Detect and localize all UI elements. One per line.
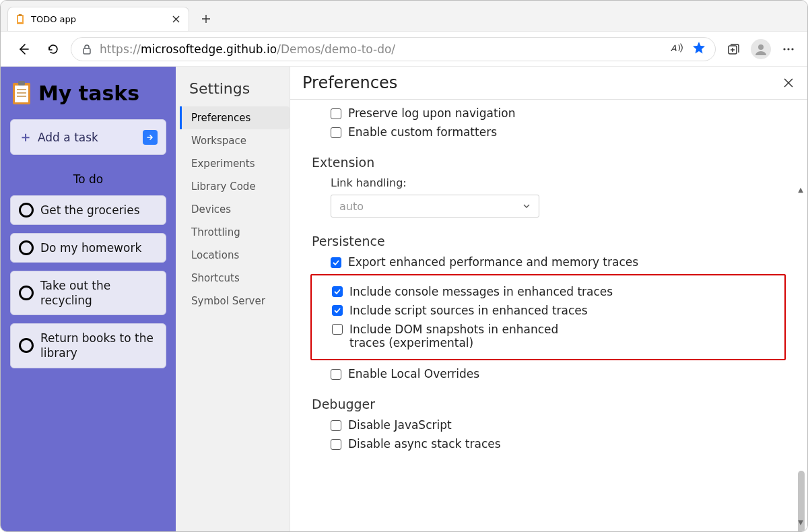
add-task-input[interactable]: ＋ Add a task [10,119,166,155]
settings-nav-experiments[interactable]: Experiments [180,152,290,175]
lock-icon [81,43,93,55]
section-persistence: Persistence [312,234,786,248]
scroll-arrow-up-icon[interactable]: ▲ [797,185,805,193]
svg-text:A: A [671,42,677,53]
todo-checkbox[interactable] [19,338,34,353]
back-button[interactable] [11,37,36,61]
preferences-panel: Preferences Preserve log upon navigation… [290,67,807,531]
chevron-down-icon [523,200,531,213]
pref-include-console[interactable]: Include console messages in enhanced tra… [316,285,780,298]
svg-rect-6 [19,14,22,16]
read-aloud-icon[interactable]: A [671,42,684,57]
settings-nav-throttling[interactable]: Throttling [180,221,290,244]
url-text: https://microsoftedge.github.io/Demos/de… [100,42,395,56]
pref-label: Disable JavaScript [348,418,452,432]
svg-rect-23 [18,81,25,86]
settings-nav-devices[interactable]: Devices [180,198,290,221]
checkbox-icon[interactable] [331,420,341,431]
collections-button[interactable] [721,37,745,61]
pref-include-dom[interactable]: Include DOM snapshots in enhanced traces… [316,323,780,350]
svg-point-18 [783,48,785,50]
pref-label: Enable Local Overrides [348,367,479,380]
pref-disable-js[interactable]: Disable JavaScript [312,418,786,432]
scroll-arrow-down-icon[interactable]: ▼ [797,518,805,526]
preferences-close-button[interactable] [782,76,795,90]
svg-point-19 [787,48,789,50]
svg-rect-5 [18,16,22,22]
section-debugger: Debugger [312,397,786,411]
svg-point-17 [758,44,764,50]
more-menu-button[interactable] [776,37,801,61]
devtools-panel: Settings Preferences Workspace Experimen… [176,67,807,531]
favorite-star-icon[interactable] [692,41,706,57]
todo-item[interactable]: Take out the recycling [10,271,166,315]
todo-checkbox[interactable] [19,286,34,300]
todo-section-title: To do [10,172,166,186]
refresh-button[interactable] [41,37,65,61]
add-task-submit-button[interactable] [143,130,158,145]
profile-avatar-button[interactable] [751,39,771,59]
todo-checkbox[interactable] [19,240,34,255]
browser-tab[interactable]: TODO app [7,7,189,31]
settings-nav: Settings Preferences Workspace Experimen… [176,67,290,531]
pref-label: Disable async stack traces [348,437,501,451]
checkbox-icon[interactable] [332,305,343,316]
pref-label: Include console messages in enhanced tra… [349,285,613,298]
pref-label: Include script sources in enhanced trace… [349,304,588,317]
preferences-title: Preferences [302,73,397,92]
todo-item-text: Return books to the library [40,331,158,360]
tab-strip: TODO app [1,1,807,32]
todo-title: My tasks [38,81,139,105]
todo-header: My tasks [11,80,166,106]
section-extension: Extension [312,155,786,170]
checkbox-icon[interactable] [332,286,343,297]
svg-rect-12 [83,48,90,54]
browser-window: TODO app https://microsoftedge.github.io… [0,0,808,532]
checkbox-icon[interactable] [331,127,341,138]
todo-item-text: Do my homework [40,240,141,255]
svg-point-20 [791,48,793,50]
settings-nav-locations[interactable]: Locations [180,244,290,267]
pref-local-overrides[interactable]: Enable Local Overrides [312,367,786,380]
pref-label: Include DOM snapshots in enhanced traces… [349,323,578,350]
page-content: My tasks ＋ Add a task To do Get the groc… [1,67,807,531]
pref-export-traces[interactable]: Export enhanced performance and memory t… [312,255,786,269]
pref-custom-formatters[interactable]: Enable custom formatters [312,125,786,139]
todo-item-text: Take out the recycling [40,278,158,308]
link-handling-select[interactable]: auto [331,195,539,218]
svg-rect-22 [15,86,28,102]
checkbox-icon[interactable] [331,257,341,268]
browser-toolbar: https://microsoftedge.github.io/Demos/de… [1,32,807,67]
checkbox-icon[interactable] [331,369,341,380]
tab-title: TODO app [31,14,170,24]
checkbox-icon[interactable] [331,108,341,119]
settings-nav-preferences[interactable]: Preferences [180,106,290,129]
todo-sidebar: My tasks ＋ Add a task To do Get the groc… [1,67,176,531]
plus-icon: ＋ [19,128,32,146]
pref-preserve-log[interactable]: Preserve log upon navigation [312,106,786,120]
clipboard-icon [11,80,32,106]
settings-nav-shortcuts[interactable]: Shortcuts [180,267,290,290]
pref-disable-async[interactable]: Disable async stack traces [312,437,786,451]
pref-label: Preserve log upon navigation [348,106,515,120]
todo-item-text: Get the groceries [40,203,140,218]
pref-label: Enable custom formatters [348,125,497,139]
settings-nav-workspace[interactable]: Workspace [180,129,290,152]
new-tab-button[interactable] [196,9,216,29]
todo-item[interactable]: Do my homework [10,233,166,263]
pref-include-script[interactable]: Include script sources in enhanced trace… [316,304,780,317]
highlighted-prefs: Include console messages in enhanced tra… [310,274,786,360]
settings-title: Settings [180,76,290,106]
todo-item[interactable]: Get the groceries [10,195,166,225]
checkbox-icon[interactable] [332,324,343,335]
settings-nav-library-code[interactable]: Library Code [180,175,290,198]
checkbox-icon[interactable] [331,439,341,450]
address-bar[interactable]: https://microsoftedge.github.io/Demos/de… [71,37,716,61]
add-task-placeholder: Add a task [38,131,137,144]
preferences-scroll-area[interactable]: Preserve log upon navigation Enable cust… [290,100,807,531]
tab-close-button[interactable] [170,13,182,26]
settings-nav-symbol-server[interactable]: Symbol Server [180,290,290,312]
pref-label: Export enhanced performance and memory t… [348,255,638,269]
todo-checkbox[interactable] [19,203,34,218]
todo-item[interactable]: Return books to the library [10,323,166,368]
